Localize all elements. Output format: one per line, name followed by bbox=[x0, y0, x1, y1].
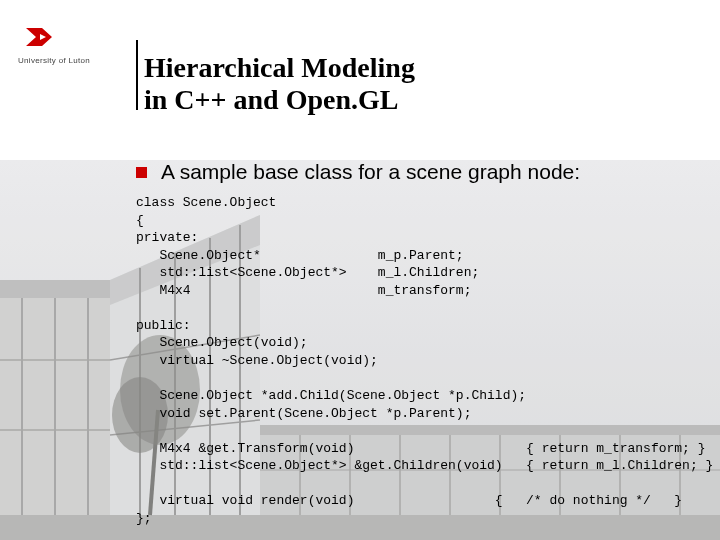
code-line: private: bbox=[136, 230, 198, 245]
title-divider bbox=[136, 40, 138, 110]
code-line: M4x4 &get.Transform(void) { return m_tra… bbox=[136, 441, 706, 456]
slide-title: Hierarchical Modeling in C++ and Open.GL bbox=[144, 52, 415, 116]
bullet-icon bbox=[136, 167, 147, 178]
code-line: public: bbox=[136, 318, 191, 333]
bullet-item: A sample base class for a scene graph no… bbox=[136, 160, 580, 184]
logo: University of Luton bbox=[18, 26, 128, 86]
bullet-text: A sample base class for a scene graph no… bbox=[161, 160, 580, 184]
svg-rect-3 bbox=[0, 280, 110, 298]
code-line: Scene.Object* m_p.Parent; bbox=[136, 248, 464, 263]
code-line: virtual ~Scene.Object(void); bbox=[136, 353, 378, 368]
code-line: { bbox=[136, 213, 144, 228]
code-line: M4x4 m_transform; bbox=[136, 283, 471, 298]
code-line: virtual void render(void) { /* do nothin… bbox=[136, 493, 682, 508]
code-line: void set.Parent(Scene.Object *p.Parent); bbox=[136, 406, 471, 421]
title-line-2: in C++ and Open.GL bbox=[144, 84, 415, 116]
code-line: Scene.Object(void); bbox=[136, 335, 308, 350]
code-line: }; bbox=[136, 511, 152, 526]
logo-text: University of Luton bbox=[18, 56, 128, 65]
code-line: Scene.Object *add.Child(Scene.Object *p.… bbox=[136, 388, 526, 403]
code-listing: class Scene.Object { private: Scene.Obje… bbox=[136, 194, 713, 527]
code-line: std::list<Scene.Object*> m_l.Children; bbox=[136, 265, 479, 280]
logo-icon bbox=[24, 26, 54, 48]
code-line: std::list<Scene.Object*> &get.Children(v… bbox=[136, 458, 713, 473]
title-line-1: Hierarchical Modeling bbox=[144, 52, 415, 84]
code-line: class Scene.Object bbox=[136, 195, 276, 210]
